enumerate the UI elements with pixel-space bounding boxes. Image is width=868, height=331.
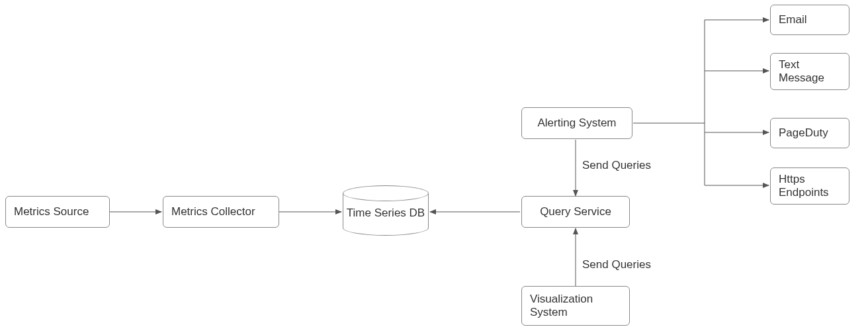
node-https-endpoints: Https Endpoints — [770, 167, 849, 205]
node-label: Metrics Source — [14, 205, 89, 218]
node-label: PageDuty — [779, 126, 828, 140]
node-label: Metrics Collector — [171, 205, 255, 218]
node-pageduty: PageDuty — [770, 118, 849, 148]
connectors-layer — [0, 0, 868, 331]
node-label: Https Endpoints — [779, 173, 829, 199]
node-label: Time Series DB — [343, 207, 429, 220]
node-label: Alerting System — [537, 117, 616, 130]
edge-label-send-queries-top: Send Queries — [582, 159, 651, 172]
node-text-message: Text Message — [770, 53, 849, 90]
node-metrics-collector: Metrics Collector — [163, 196, 279, 228]
node-label: Email — [779, 13, 807, 26]
node-metrics-source: Metrics Source — [5, 196, 110, 228]
node-alerting-system: Alerting System — [521, 107, 632, 139]
node-label: Text Message — [779, 58, 824, 85]
node-email: Email — [770, 5, 849, 35]
node-visualization-system: Visualization System — [521, 286, 630, 326]
edge-label-send-queries-bottom: Send Queries — [582, 258, 651, 271]
node-query-service: Query Service — [521, 196, 630, 228]
node-label: Query Service — [540, 205, 611, 218]
node-time-series-db: Time Series DB — [343, 185, 429, 236]
node-label: Visualization System — [530, 293, 593, 319]
